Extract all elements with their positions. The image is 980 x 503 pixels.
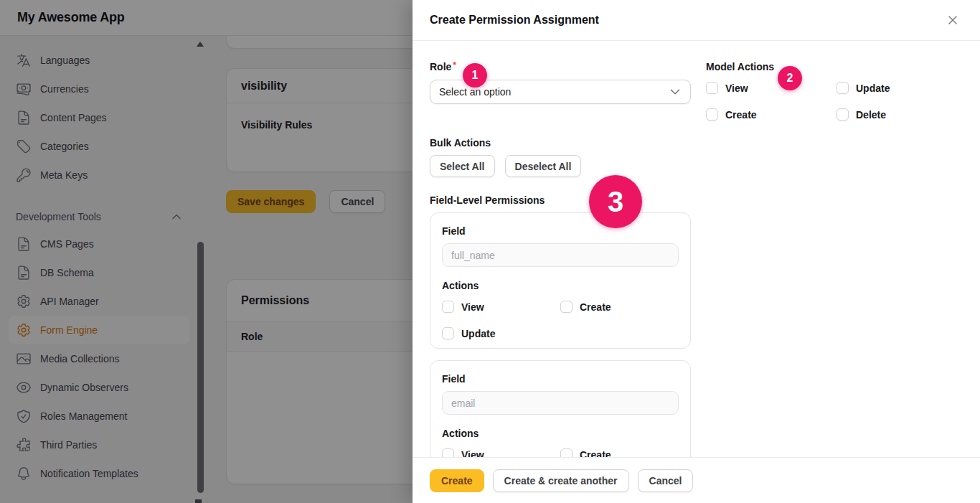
field-level-permissions-group: Field-Level Permissions Field Actions Vi… — [430, 194, 691, 457]
modal-cancel-button[interactable]: Cancel — [638, 469, 694, 492]
checkbox-icon — [837, 108, 849, 121]
step-2-badge: 2 — [778, 66, 802, 90]
field-input[interactable] — [442, 391, 679, 415]
create-and-create-another-button[interactable]: Create & create another — [493, 469, 629, 492]
step-3-badge: 3 — [589, 175, 642, 228]
modal-form: Role* Select an option Model Actions Vie… — [413, 41, 980, 457]
model-action-delete-checkbox[interactable]: Delete — [837, 108, 967, 121]
model-action-create-checkbox[interactable]: Create — [706, 108, 837, 121]
modal-header: Create Permission Assignment — [413, 0, 980, 41]
checkbox-icon — [560, 301, 573, 313]
checkbox-icon — [442, 327, 454, 339]
checkbox-icon — [706, 108, 718, 121]
actions-label: Actions — [442, 280, 679, 292]
bulk-actions-group: Bulk Actions Select All Deselect All — [430, 137, 691, 177]
field-permission-card: Field Actions View Create — [430, 212, 691, 349]
field-input[interactable] — [442, 243, 679, 267]
required-asterisk: * — [453, 60, 456, 70]
field-permission-card: Field Actions View Create — [430, 360, 691, 457]
field-action-create-checkbox[interactable]: Create — [560, 448, 679, 457]
modal-footer: Create Create & create another Cancel — [413, 457, 980, 503]
checkbox-icon — [560, 448, 573, 457]
checkbox-icon — [442, 301, 454, 313]
checkbox-icon — [442, 448, 454, 457]
field-action-view-checkbox[interactable]: View — [442, 301, 560, 313]
model-actions-group: Model Actions View Update Create — [706, 61, 967, 457]
modal-title: Create Permission Assignment — [430, 14, 599, 27]
select-all-button[interactable]: Select All — [430, 155, 495, 177]
checkbox-icon — [706, 82, 718, 94]
create-permission-assignment-modal: Create Permission Assignment Role* Selec… — [413, 0, 980, 503]
field-label: Field — [442, 373, 679, 385]
actions-label: Actions — [442, 428, 679, 440]
chevron-down-icon — [669, 85, 682, 98]
create-button[interactable]: Create — [430, 469, 484, 492]
deselect-all-button[interactable]: Deselect All — [505, 155, 582, 177]
field-action-update-checkbox[interactable]: Update — [442, 327, 560, 339]
bulk-actions-label: Bulk Actions — [430, 137, 691, 149]
field-label: Field — [442, 225, 679, 238]
model-action-view-checkbox[interactable]: View — [706, 82, 837, 94]
field-level-permissions-label: Field-Level Permissions — [430, 194, 691, 207]
close-button[interactable] — [943, 10, 963, 30]
close-icon — [946, 13, 960, 27]
app-screen: My Awesome App Languages Currencies Cont… — [0, 0, 980, 503]
model-action-update-checkbox[interactable]: Update — [837, 82, 967, 94]
model-actions-label: Model Actions — [706, 61, 967, 73]
step-1-badge: 1 — [463, 63, 487, 88]
checkbox-icon — [837, 82, 849, 94]
field-action-view-checkbox[interactable]: View — [442, 448, 560, 457]
field-action-create-checkbox[interactable]: Create — [560, 301, 679, 313]
